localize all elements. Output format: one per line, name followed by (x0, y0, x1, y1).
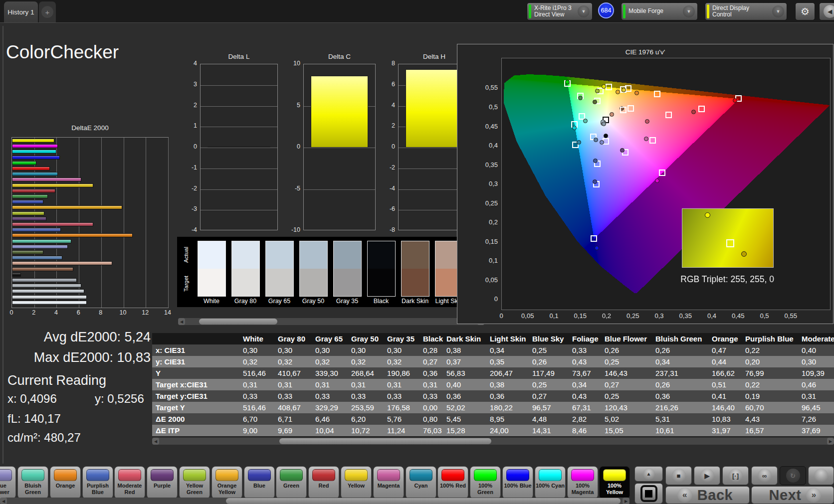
infinity-button[interactable]: ∞ (751, 466, 778, 485)
swatch-gray-65 (265, 241, 294, 297)
column-header: Orange (708, 333, 742, 344)
patch-button-orange[interactable]: Orange (50, 466, 81, 499)
table-cell: 516,46 (239, 402, 274, 413)
patch-button-label: 100% Magenta (568, 483, 598, 495)
scroll-left-icon[interactable]: ◀ (0, 498, 7, 504)
source-status-stripe (623, 4, 626, 18)
deltae-chart-title: DeltaE 2000 (11, 124, 169, 132)
settings-button[interactable]: ⚙ (795, 2, 815, 20)
deltae-bar-foliage (12, 250, 43, 254)
meter-dropdown[interactable]: X-Rite i1Pro 3Direct View ▼ (527, 2, 593, 20)
patch-button-100-blue[interactable]: 100% Blue (502, 466, 533, 499)
patch-button-green[interactable]: Green (276, 466, 307, 499)
table-cell: 0,40 (443, 379, 486, 390)
table-cell: 0,30 (312, 344, 348, 356)
column-header: Dark Skin (443, 333, 486, 344)
reading-cdm2-value: cd/m²: 480,27 (7, 431, 81, 445)
grid-line (201, 148, 277, 148)
cie-y-tick-label: 0,2 (475, 218, 498, 226)
table-cell: 5,76 (384, 413, 419, 425)
row-label: Target x:CIE31 (152, 379, 239, 390)
x-tick-label: 12 (142, 309, 149, 316)
row-label: Target y:CIE31 (152, 390, 239, 402)
patch-scrollbar-thumb[interactable] (226, 498, 621, 504)
patch-color-swatch (506, 469, 529, 481)
tab-history-1[interactable]: History 1 (4, 1, 38, 22)
grid-line (201, 127, 277, 127)
patch-button-purplish-blue[interactable]: Purplish Blue (82, 466, 113, 499)
delta-chart-delta-l (200, 64, 278, 230)
patch-button-cyan[interactable]: Cyan (406, 466, 436, 499)
back-button-label: Back (697, 487, 733, 504)
scroll-right-icon[interactable]: ▶ (623, 498, 629, 504)
table-cell: 10,83 (708, 413, 742, 425)
patch-button-100-red[interactable]: 100% Red (437, 466, 468, 499)
next-button[interactable]: Next » (751, 486, 834, 504)
table-cell: 0,32 (384, 356, 419, 367)
swatch-label: White (194, 298, 229, 305)
patch-scrollbar[interactable]: ◀ ▶ (0, 498, 629, 504)
table-cell: 37,69 (798, 425, 834, 436)
table-header-row: WhiteGray 80Gray 65Gray 50Gray 35BlackDa… (152, 333, 834, 344)
table-cell: 237,31 (652, 367, 708, 379)
grid-line (168, 138, 169, 308)
table-cell: 60,70 (742, 402, 798, 413)
patch-button-purple[interactable]: Purple (147, 466, 178, 499)
grid-line (201, 189, 277, 190)
patch-button-100-cyan[interactable]: 100% Cyan (535, 466, 566, 499)
patch-button-100-green[interactable]: 100% Green (470, 466, 501, 499)
patch-window-button[interactable] (634, 483, 663, 504)
patch-button-bluish-green[interactable]: Bluish Green (17, 466, 48, 499)
marker-button[interactable]: [·] (722, 466, 749, 485)
patch-button-moderate-red[interactable]: Moderate Red (114, 466, 145, 499)
pattern-source-dropdown[interactable]: Mobile Forge ▼ (621, 2, 698, 20)
scroll-up-button[interactable]: ▲ (634, 466, 663, 482)
scroll-left-icon[interactable]: ◀ (178, 318, 185, 325)
patch-button-magenta[interactable]: Magenta (373, 466, 404, 499)
target-swatch (402, 269, 429, 296)
delta-chart-title: Delta C (303, 53, 376, 60)
column-header: Blue Flower (601, 333, 652, 344)
table-scrollbar-thumb[interactable] (279, 438, 491, 444)
patch-button-red[interactable]: Red (308, 466, 339, 499)
table-scrollbar[interactable]: ◀ ▶ (152, 438, 834, 445)
cie-measured-orange (634, 91, 639, 95)
table-cell: 6,46 (312, 413, 348, 425)
inset-measured-dot (705, 212, 710, 218)
swatch-scrollbar-thumb[interactable] (199, 319, 277, 325)
table-cell: 4,48 (529, 413, 569, 425)
actual-swatch (368, 241, 395, 269)
scroll-right-icon[interactable]: ▶ (827, 438, 834, 445)
cie-measured-blue-flower (600, 140, 604, 145)
workflow-dropdown[interactable]: Direct Display Control ▼ (705, 2, 787, 20)
patch-button-blue[interactable]: Blue (244, 466, 275, 499)
patch-button-orange-yellow[interactable]: Orange Yellow (211, 466, 242, 499)
cie-x-tick-label: 0,45 (732, 312, 744, 320)
patch-button-100-yellow[interactable]: 100% Yellow (599, 466, 630, 499)
scroll-left-icon[interactable]: ◀ (152, 438, 159, 445)
patch-button-label: 100% Red (438, 483, 468, 489)
blank-button[interactable] (808, 466, 834, 485)
patch-button-yellow-green[interactable]: Yellow Green (179, 466, 210, 499)
back-button[interactable]: « Back (665, 486, 750, 504)
new-tab-button[interactable]: + (39, 1, 56, 22)
table-cell: 0,19 (742, 390, 798, 402)
actual-swatch (266, 241, 293, 269)
table-cell: 10,61 (652, 425, 708, 436)
table-cell: 176,58 (384, 402, 419, 413)
swatch-scrollbar[interactable]: ◀ ▶ (178, 318, 484, 325)
stop-button[interactable]: ■ (665, 466, 692, 485)
cie-target-dark-skin (627, 105, 634, 112)
patch-button-yellow[interactable]: Yellow (341, 466, 372, 499)
patch-button-100-magenta[interactable]: 100% Magenta (567, 466, 598, 499)
refresh-button[interactable]: ↻ (780, 466, 806, 485)
cie-measured-orange-yellow (616, 90, 620, 94)
patch-window-icon (640, 485, 657, 502)
play-button[interactable]: ▶ (694, 466, 720, 485)
y-tick-label: 0 (180, 143, 197, 150)
table-cell: 31,97 (708, 425, 742, 436)
patch-button-blue-flower[interactable]: Blue Flower (0, 466, 16, 499)
collapse-panel-button[interactable]: ◀ (819, 2, 834, 20)
grid-line (304, 148, 375, 148)
table-cell: 0,31 (384, 379, 419, 390)
